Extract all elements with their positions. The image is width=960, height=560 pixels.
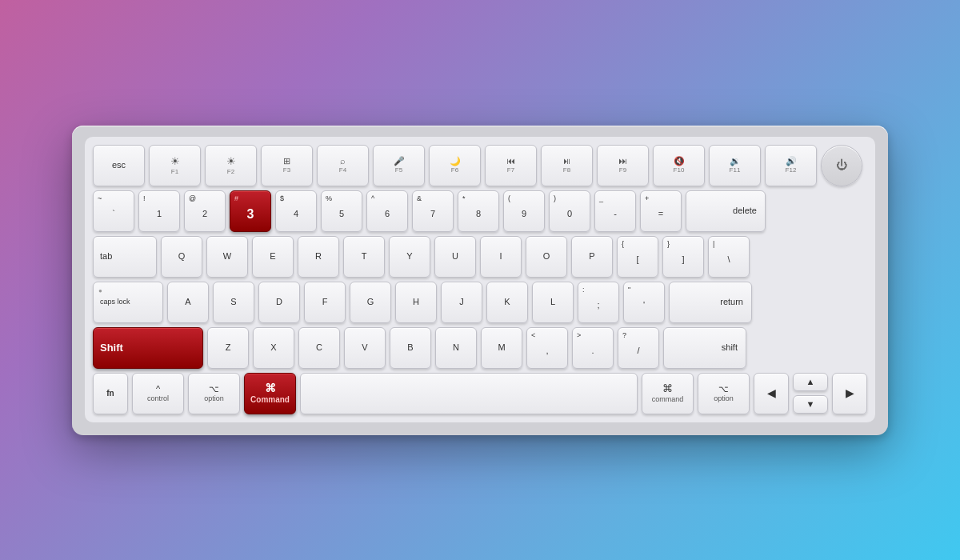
key-f12[interactable]: 🔊 F12 (765, 145, 817, 186)
key-5[interactable]: % 5 (321, 190, 362, 232)
key-return[interactable]: return (669, 282, 752, 323)
keyboard-body: esc ☀ F1 ☀ F2 ⊞ F3 ⌕ F4 🎤 F5 (85, 137, 875, 422)
key-e[interactable]: E (252, 236, 294, 278)
key-equals[interactable]: + = (640, 190, 682, 232)
key-x[interactable]: X (253, 327, 294, 369)
key-esc[interactable]: esc (93, 145, 145, 186)
key-f7[interactable]: ⏮ F7 (485, 145, 537, 186)
key-f11[interactable]: 🔉 F11 (709, 145, 761, 186)
keyboard: esc ☀ F1 ☀ F2 ⊞ F3 ⌕ F4 🎤 F5 (72, 126, 888, 435)
key-slash[interactable]: ? / (618, 327, 659, 369)
key-bracketright[interactable]: } ] (662, 236, 704, 278)
key-k[interactable]: K (486, 282, 528, 323)
key-delete[interactable]: delete (686, 190, 766, 232)
key-f1[interactable]: ☀ F1 (149, 145, 201, 186)
key-option-right[interactable]: ⌥ option (698, 373, 750, 414)
key-o[interactable]: O (526, 236, 567, 278)
number-row: ~ ` ! 1 @ 2 # 3 $ 4 % 5 (93, 190, 867, 232)
key-option-left[interactable]: ⌥ option (188, 373, 240, 414)
key-f4[interactable]: ⌕ F4 (317, 145, 369, 186)
key-3[interactable]: # 3 (230, 190, 271, 232)
key-command-right[interactable]: ⌘ command (642, 373, 694, 414)
key-h[interactable]: H (395, 282, 437, 323)
key-shift-right[interactable]: shift (663, 327, 746, 369)
key-power[interactable]: ⏻ (821, 145, 862, 186)
key-bracketleft[interactable]: { [ (617, 236, 658, 278)
key-capslock[interactable]: ● caps lock (93, 282, 163, 323)
key-4[interactable]: $ 4 (275, 190, 317, 232)
key-v[interactable]: V (344, 327, 386, 369)
key-2[interactable]: @ 2 (184, 190, 226, 232)
key-w[interactable]: W (206, 236, 248, 278)
key-9[interactable]: ( 9 (503, 190, 545, 232)
key-semicolon[interactable]: : ; (578, 282, 619, 323)
key-a[interactable]: A (167, 282, 209, 323)
key-q[interactable]: Q (161, 236, 202, 278)
key-g[interactable]: G (350, 282, 391, 323)
key-j[interactable]: J (441, 282, 482, 323)
key-r[interactable]: R (298, 236, 339, 278)
zxcv-row: Shift Z X C V B N M < , > . ? / shift (93, 327, 867, 369)
key-i[interactable]: I (480, 236, 522, 278)
key-z[interactable]: Z (207, 327, 249, 369)
key-s[interactable]: S (213, 282, 254, 323)
key-m[interactable]: M (481, 327, 522, 369)
key-y[interactable]: Y (389, 236, 430, 278)
key-shift-left[interactable]: Shift (93, 327, 203, 369)
key-arrow-down[interactable]: ▼ (793, 395, 828, 414)
key-1[interactable]: ! 1 (138, 190, 180, 232)
key-f2[interactable]: ☀ F2 (205, 145, 257, 186)
key-c[interactable]: C (298, 327, 340, 369)
bottom-row: fn ^ control ⌥ option ⌘ Command ⌘ comman… (93, 373, 867, 414)
key-f5[interactable]: 🎤 F5 (373, 145, 425, 186)
key-f[interactable]: F (304, 282, 346, 323)
key-d[interactable]: D (258, 282, 300, 323)
key-6[interactable]: ^ 6 (366, 190, 408, 232)
key-f9[interactable]: ⏭ F9 (597, 145, 649, 186)
key-f8[interactable]: ⏯ F8 (541, 145, 593, 186)
qwerty-row: tab Q W E R T Y U I O P { [ } ] | \ (93, 236, 867, 278)
key-minus[interactable]: _ - (594, 190, 636, 232)
key-b[interactable]: B (390, 327, 431, 369)
key-0[interactable]: ) 0 (549, 190, 590, 232)
function-row: esc ☀ F1 ☀ F2 ⊞ F3 ⌕ F4 🎤 F5 (93, 145, 867, 186)
key-7[interactable]: & 7 (412, 190, 454, 232)
key-backslash[interactable]: | \ (708, 236, 750, 278)
key-backtick[interactable]: ~ ` (93, 190, 134, 232)
key-space[interactable] (300, 373, 638, 414)
key-u[interactable]: U (434, 236, 476, 278)
key-arrow-right[interactable]: ▶ (832, 373, 867, 414)
key-quote[interactable]: " ' (623, 282, 665, 323)
key-8[interactable]: * 8 (458, 190, 499, 232)
arrow-up-down-stack: ▲ ▼ (793, 373, 828, 414)
key-p[interactable]: P (571, 236, 613, 278)
key-l[interactable]: L (532, 282, 574, 323)
key-fn[interactable]: fn (93, 373, 128, 414)
key-n[interactable]: N (435, 327, 477, 369)
asdf-row: ● caps lock A S D F G H J K L : ; " ' re… (93, 282, 867, 323)
key-f3[interactable]: ⊞ F3 (261, 145, 313, 186)
key-f6[interactable]: 🌙 F6 (429, 145, 481, 186)
key-arrow-up[interactable]: ▲ (793, 373, 828, 391)
key-t[interactable]: T (343, 236, 385, 278)
key-comma[interactable]: < , (526, 327, 568, 369)
key-tab[interactable]: tab (93, 236, 157, 278)
key-period[interactable]: > . (572, 327, 614, 369)
key-control[interactable]: ^ control (132, 373, 184, 414)
key-arrow-left[interactable]: ◀ (754, 373, 789, 414)
key-command-left[interactable]: ⌘ Command (244, 373, 296, 414)
key-f10[interactable]: 🔇 F10 (653, 145, 705, 186)
